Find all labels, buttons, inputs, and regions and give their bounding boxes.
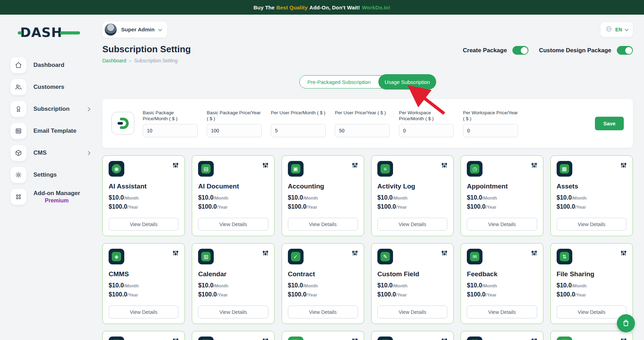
card-settings-sliders-icon[interactable] xyxy=(173,250,179,257)
addon-card: ▤ AI Document $10.0 /Month $100.0 /Year … xyxy=(192,155,274,236)
pricing-field-input[interactable] xyxy=(463,124,518,137)
language-selector[interactable]: EN xyxy=(600,22,633,37)
year-suffix: /Year xyxy=(396,204,407,210)
premium-badge: Premium xyxy=(33,198,80,204)
month-price: $10.0 xyxy=(288,194,303,201)
view-details-button[interactable]: View Details xyxy=(198,306,268,318)
card-settings-sliders-icon[interactable] xyxy=(531,338,537,340)
month-suffix: /Month xyxy=(572,195,587,201)
card-settings-sliders-icon[interactable] xyxy=(621,162,627,170)
sidebar-item-cms[interactable]: CMS xyxy=(10,144,99,162)
addon-card: ▣ Accounting $10.0 /Month $100.0 /Year V… xyxy=(282,155,364,236)
card-settings-sliders-icon[interactable] xyxy=(262,162,268,170)
card-settings-sliders-icon[interactable] xyxy=(173,162,179,170)
ai-assistant-icon: ◉ xyxy=(109,161,124,177)
user-name: Super Admin xyxy=(121,26,155,33)
view-details-button[interactable]: View Details xyxy=(557,218,627,231)
pricing-fields: Basic Package Price/Month ( $ ) Basic Pa… xyxy=(143,110,584,137)
card-settings-sliders-icon[interactable] xyxy=(352,250,358,257)
card-settings-sliders-icon[interactable] xyxy=(352,162,358,170)
card-settings-sliders-icon[interactable] xyxy=(173,338,179,340)
year-price: $100.0 xyxy=(377,291,396,298)
view-details-button[interactable]: View Details xyxy=(557,306,627,318)
addon-card: ◈ CMMS $10.0 /Month $100.0 /Year View De… xyxy=(102,243,185,324)
month-suffix: /Month xyxy=(393,283,408,288)
view-details-button[interactable]: View Details xyxy=(377,218,447,231)
view-details-button[interactable]: View Details xyxy=(467,306,537,318)
breadcrumb-dashboard-link[interactable]: Dashboard xyxy=(102,58,126,63)
view-details-button[interactable]: View Details xyxy=(109,306,179,318)
year-price: $100.0 xyxy=(109,203,127,210)
card-settings-sliders-icon[interactable] xyxy=(621,250,627,257)
create-package-toggle[interactable] xyxy=(512,46,528,55)
sidebar-item-label: CMS xyxy=(33,149,47,156)
year-price: $100.0 xyxy=(557,203,575,210)
sidebar-item-dashboard[interactable]: Dashboard xyxy=(10,56,99,74)
usage-pricing-panel: Basic Package Price/Month ( $ ) Basic Pa… xyxy=(102,99,633,148)
custome-design-package-toggle[interactable] xyxy=(617,46,633,55)
month-price: $10.0 xyxy=(467,194,482,201)
addon-card-title: Calendar xyxy=(198,270,268,278)
sidebar-item-customers[interactable]: Customers xyxy=(10,78,99,96)
year-suffix: /Year xyxy=(575,204,586,210)
card-settings-sliders-icon[interactable] xyxy=(441,250,447,257)
template-icon xyxy=(10,123,26,139)
sidebar-item-settings[interactable]: Settings xyxy=(10,166,99,184)
view-details-button[interactable]: View Details xyxy=(377,306,447,318)
addon-card-title: AI Assistant xyxy=(109,183,179,190)
view-details-button[interactable]: View Details xyxy=(288,306,358,318)
pricing-field-input[interactable] xyxy=(271,124,326,137)
brand-logo[interactable]: DASH xyxy=(20,25,72,40)
cart-fab-button[interactable] xyxy=(617,314,635,332)
card-settings-sliders-icon[interactable] xyxy=(441,162,447,170)
pricing-field-input[interactable] xyxy=(207,124,262,137)
pricing-field: Basic Package Price/Year ( $ ) xyxy=(207,110,262,137)
pricing-field-input[interactable] xyxy=(143,124,198,137)
tab-pre-packaged-subscription[interactable]: Pre-Packaged Subscription xyxy=(300,79,378,85)
addon-icon xyxy=(109,337,124,340)
addon-card: ✓ Contract $10.0 /Month $100.0 /Year Vie… xyxy=(282,243,364,324)
view-details-button[interactable]: View Details xyxy=(467,218,537,231)
tab-usage-subscription[interactable]: Usage Subscription xyxy=(378,74,436,90)
year-suffix: /Year xyxy=(486,292,496,298)
sidebar-item-subscription[interactable]: Subscription xyxy=(10,100,99,118)
year-suffix: /Year xyxy=(306,292,317,298)
addon-card-title: Activity Log xyxy=(377,183,447,190)
card-settings-sliders-icon[interactable] xyxy=(262,338,268,340)
year-suffix: /Year xyxy=(127,204,138,210)
chevron-right-icon xyxy=(86,107,91,111)
chevron-down-icon xyxy=(625,27,628,31)
view-details-button[interactable]: View Details xyxy=(288,218,358,231)
addon-card-partial xyxy=(282,331,364,340)
view-details-button[interactable]: View Details xyxy=(198,218,268,231)
cmms-icon: ◈ xyxy=(109,249,124,264)
banner-link[interactable]: WorkDo.Io! xyxy=(362,5,391,10)
save-button[interactable]: Save xyxy=(595,117,624,130)
sidebar-item-label: Email Template xyxy=(33,128,76,134)
appointment-icon: ◷ xyxy=(467,161,482,177)
addon-icon xyxy=(288,337,304,340)
addon-card-title: File Sharing xyxy=(557,270,627,278)
month-price: $10.0 xyxy=(198,282,213,289)
card-settings-sliders-icon[interactable] xyxy=(441,338,447,340)
sidebar: DASH Dashboard Customers Subscription xyxy=(0,15,99,340)
pricing-field-input[interactable] xyxy=(335,124,390,137)
sidebar-item-addon-manager[interactable]: Add-on Manager Premium xyxy=(10,188,99,206)
chevron-right-icon xyxy=(86,151,91,155)
card-settings-sliders-icon[interactable] xyxy=(352,338,358,340)
chevron-down-icon xyxy=(158,27,162,31)
addon-cards-grid: ◉ AI Assistant $10.0 /Month $100.0 /Year… xyxy=(102,155,633,340)
card-settings-sliders-icon[interactable] xyxy=(531,162,537,170)
sidebar-item-email-template[interactable]: Email Template xyxy=(10,122,99,140)
card-settings-sliders-icon[interactable] xyxy=(262,250,268,257)
view-details-button[interactable]: View Details xyxy=(109,218,179,231)
addon-card: ✎ Custom Field $10.0 /Month $100.0 /Year… xyxy=(371,243,454,324)
card-settings-sliders-icon[interactable] xyxy=(621,338,627,340)
year-suffix: /Year xyxy=(217,204,228,210)
user-menu[interactable]: Super Admin xyxy=(102,22,167,38)
grid-icon xyxy=(10,189,26,205)
users-icon xyxy=(10,79,26,95)
card-settings-sliders-icon[interactable] xyxy=(531,250,537,257)
dash-mark-icon xyxy=(111,112,134,135)
pricing-field-input[interactable] xyxy=(399,124,454,137)
